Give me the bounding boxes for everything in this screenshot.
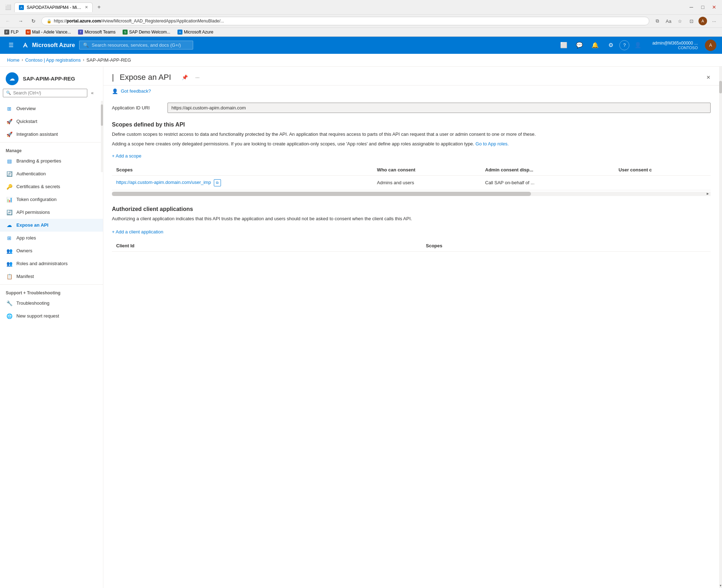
sidebar-item-token[interactable]: 📊 Token configuration: [0, 193, 103, 206]
header-user[interactable]: admin@M365x00000 ... CONTOSO: [649, 41, 701, 50]
app-id-uri-label: Application ID URI: [112, 105, 162, 110]
copy-scope-btn[interactable]: ⧉: [214, 179, 221, 186]
authentication-icon: 🔄: [6, 170, 13, 177]
col-admin-consent: Admin consent disp...: [481, 164, 614, 176]
help-btn[interactable]: ?: [619, 40, 629, 50]
nav-divider-support: [0, 284, 103, 285]
split-view-btn[interactable]: ⧉: [652, 16, 662, 26]
settings-btn[interactable]: ⚙: [604, 38, 618, 52]
maximize-btn[interactable]: □: [698, 2, 708, 12]
bookmark-flp-icon: F: [4, 30, 9, 35]
col-client-id: Client Id: [112, 240, 422, 252]
sidebar-item-branding-label: Branding & properties: [16, 158, 61, 164]
close-panel-btn[interactable]: ✕: [703, 72, 713, 82]
back-btn[interactable]: ←: [3, 16, 13, 26]
app-id-uri-row: Application ID URI: [112, 103, 711, 113]
sidebar-item-troubleshooting[interactable]: 🔧 Troubleshooting: [0, 297, 103, 310]
scroll-down-arrow[interactable]: ▼: [719, 583, 722, 588]
content-scrollbar[interactable]: ▼: [719, 67, 722, 588]
menu-btn[interactable]: ···: [709, 16, 719, 26]
add-client-btn[interactable]: + Add a client application: [112, 226, 163, 237]
sidebar-item-owners[interactable]: 👥 Owners: [0, 244, 103, 257]
sidebar-collapse-btn[interactable]: «: [87, 88, 97, 98]
bookmark-azure[interactable]: A Microsoft Azure: [176, 29, 215, 35]
sidebar-search-input[interactable]: [13, 91, 84, 96]
favorites-btn[interactable]: ☆: [675, 16, 685, 26]
window-close-btn[interactable]: ✕: [709, 2, 719, 12]
sidebar-item-authentication[interactable]: 🔄 Authentication: [0, 167, 103, 180]
page-header-actions: 📌 ···: [180, 72, 202, 82]
bookmark-sap-label: SAP Demo Welcom...: [129, 30, 170, 35]
admin-consent-cell: Call SAP on-behalf of ...: [481, 175, 614, 190]
bookmark-teams-icon: T: [78, 30, 83, 35]
copilot-btn[interactable]: 💬: [572, 38, 587, 52]
table-row[interactable]: https://api.custom-apim.domain.com/user_…: [112, 175, 711, 190]
sidebar-item-app-roles[interactable]: ⊞ App roles: [0, 232, 103, 244]
clients-table-header-row: Client Id Scopes: [112, 240, 711, 252]
bookmark-flp[interactable]: F FLP: [3, 29, 20, 35]
support-section-title: Support + Troubleshooting: [0, 286, 103, 297]
scope-url-link[interactable]: https://api.custom-apim.domain.com/user_…: [116, 180, 211, 185]
sidebar-toggle-btn[interactable]: ⬜: [3, 2, 13, 12]
minimize-btn[interactable]: ─: [686, 2, 696, 12]
app-id-uri-input[interactable]: [167, 103, 711, 113]
header-avatar[interactable]: A: [705, 40, 716, 51]
profile-avatar-btn[interactable]: A: [698, 16, 708, 26]
forward-btn[interactable]: →: [16, 16, 26, 26]
scopes-table: Scopes Who can consent Admin consent dis…: [112, 164, 711, 190]
sidebar-item-manifest[interactable]: 📋 Manifest: [0, 270, 103, 283]
sidebar-item-integration[interactable]: 🚀 Integration assistant: [0, 128, 103, 141]
go-to-app-roles-link[interactable]: Go to App roles.: [475, 141, 509, 146]
notifications-btn[interactable]: 🔔: [588, 38, 602, 52]
feedback-btn[interactable]: 👤: [631, 38, 645, 52]
azure-search-input[interactable]: [92, 42, 189, 48]
table-scroll-thumb: [112, 192, 531, 196]
tab-close-btn[interactable]: ✕: [85, 5, 88, 10]
header-icons: ⬜ 💬 🔔 ⚙ ? 👤: [557, 38, 645, 52]
sidebar-item-certificates[interactable]: 🔑 Certificates & secrets: [0, 180, 103, 193]
feedback-bar[interactable]: 👤 Got feedback?: [103, 86, 722, 97]
api-permissions-icon: 🔄: [6, 209, 13, 216]
clients-table: Client Id Scopes: [112, 240, 711, 252]
add-scope-btn[interactable]: + Add a scope: [112, 150, 141, 161]
tab-title: SAPODATAAPIMPM4 - Microsof...: [27, 5, 82, 10]
azure-search-box[interactable]: 🔍: [79, 41, 193, 50]
breadcrumb-app-registrations[interactable]: Contoso | App registrations: [25, 57, 81, 63]
table-scroll-arrow-right[interactable]: ▶: [705, 192, 711, 196]
pin-btn[interactable]: 📌: [180, 72, 190, 82]
browser-toolbar: ← → ↻ 🔒 https://portal.azure.com/#view/M…: [0, 14, 722, 27]
sidebar-app-icon: ☁: [6, 72, 19, 85]
more-options-btn[interactable]: ···: [192, 72, 202, 82]
sidebar-search-box[interactable]: 🔍: [3, 89, 87, 97]
hamburger-menu-btn[interactable]: ☰: [6, 39, 16, 51]
scopes-desc-1: Define custom scopes to restrict access …: [112, 131, 711, 138]
sidebar-item-quickstart[interactable]: 🚀 Quickstart: [0, 115, 103, 128]
bookmark-sap[interactable]: S SAP Demo Welcom...: [121, 29, 172, 35]
browser-tab[interactable]: A SAPODATAAPIMPM4 - Microsof... ✕: [14, 2, 93, 12]
scope-url-cell[interactable]: https://api.custom-apim.domain.com/user_…: [112, 175, 373, 190]
sidebar-item-branding[interactable]: ▤ Branding & properties: [0, 155, 103, 167]
integration-icon: 🚀: [6, 131, 13, 138]
sidebar-item-new-support[interactable]: 🌐 New support request: [0, 310, 103, 323]
cloud-shell-btn[interactable]: ⬜: [557, 38, 571, 52]
read-mode-btn[interactable]: Aa: [664, 16, 674, 26]
main-layout: ☁ SAP-APIM-APP-REG 🔍 «: [0, 67, 722, 588]
sidebar-item-roles-admins[interactable]: 👥 Roles and administrators: [0, 257, 103, 270]
breadcrumb-sep-2: ›: [83, 57, 84, 62]
address-bar[interactable]: 🔒 https://portal.azure.com/#view/Microso…: [41, 17, 649, 25]
sidebar-item-expose-api[interactable]: ☁ Expose an API: [0, 219, 103, 232]
expose-api-icon: ☁: [6, 222, 13, 229]
table-horizontal-scrollbar[interactable]: ▶: [112, 192, 711, 196]
sidebar-item-api-permissions[interactable]: 🔄 API permissions: [0, 206, 103, 219]
breadcrumb-home[interactable]: Home: [7, 57, 20, 63]
sidebar-header: ☁ SAP-APIM-APP-REG: [0, 67, 103, 88]
bookmark-mail[interactable]: M Mail - Adele Vance...: [24, 29, 72, 35]
sidebar-item-app-roles-label: App roles: [16, 235, 36, 241]
token-icon: 📊: [6, 196, 13, 203]
collections-btn[interactable]: ⊡: [686, 16, 696, 26]
new-tab-btn[interactable]: +: [94, 2, 104, 12]
sidebar-item-overview[interactable]: ⊞ Overview: [0, 102, 103, 115]
user-consent-cell: [614, 175, 711, 190]
refresh-btn[interactable]: ↻: [29, 16, 38, 26]
bookmark-teams[interactable]: T Microsoft Teams: [77, 29, 117, 35]
